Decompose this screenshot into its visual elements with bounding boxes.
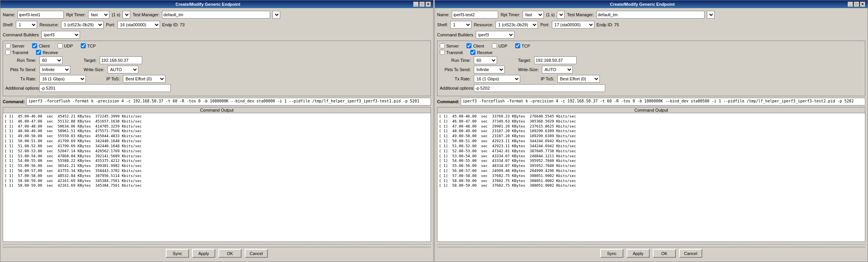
- title-1: Create/Modify Generic Endpoint: [3, 2, 413, 7]
- tcp-checkbox-2[interactable]: [515, 43, 520, 48]
- addl-options-label-2: Additional options:: [440, 86, 471, 90]
- receive-checkbox-2[interactable]: [470, 50, 475, 55]
- run-time-label-1: Run Time:: [5, 58, 36, 63]
- port-select-2[interactable]: 17 (sta00500): [552, 21, 594, 29]
- cancel-button-2[interactable]: Cancel: [679, 249, 702, 258]
- client-checkbox-2[interactable]: [466, 43, 471, 48]
- client-check-1: Client: [32, 43, 49, 48]
- pkts-row-2: Pkts To Send: Infinite Write-Size: AUTO: [440, 66, 863, 73]
- test-manager-select-1[interactable]: ▼: [272, 11, 280, 19]
- close-btn-1[interactable]: ✕: [425, 2, 431, 7]
- server-check-2: Server: [440, 43, 459, 48]
- shelf-select-2[interactable]: 1: [450, 21, 471, 29]
- maximize-btn-1[interactable]: □: [419, 2, 425, 7]
- cmd-builders-select-2[interactable]: iperf3: [476, 31, 514, 39]
- tx-rate-label-2: Tx Rate:: [440, 77, 471, 81]
- ip-tos-label-1: IP ToS:: [89, 77, 120, 81]
- cmd-builders-label-1: Command Builders: [3, 32, 39, 37]
- row-shelf-1: Shelf: 1 Resource: 1 (ct523c-0b29) Port:…: [3, 20, 431, 29]
- test-manager-input-1[interactable]: [162, 11, 270, 19]
- run-time-select-2[interactable]: 60: [474, 56, 497, 64]
- cmd-builders-select-1[interactable]: iperf3: [41, 31, 80, 39]
- addl-options-input-2[interactable]: [474, 84, 605, 92]
- udp-checkbox-2[interactable]: [492, 43, 497, 48]
- target-input-1[interactable]: [100, 56, 142, 64]
- rpt-timer-unit-select-1[interactable]: ▼: [123, 11, 130, 19]
- receive-checkbox-1[interactable]: [36, 50, 41, 55]
- apply-button-2[interactable]: Apply: [626, 249, 650, 258]
- checkbox-row2-1: Transmit Receive: [5, 50, 428, 55]
- udp-checkbox-1[interactable]: [58, 43, 63, 48]
- addl-options-input-1[interactable]: [39, 84, 171, 92]
- tcp-check-2: TCP: [515, 43, 530, 48]
- test-manager-label-2: Test Manager:: [567, 12, 594, 17]
- row-name-2: Name: Rpt Timer: fast (1 s) ▼ Test Manag…: [437, 10, 865, 19]
- options-groupbox-2: Server Client UDP TCP Transmit: [437, 41, 865, 96]
- row-name-1: Name: Rpt Timer: fast (1 s) ▼ Test Manag…: [3, 10, 431, 19]
- transmit-checkbox-2[interactable]: [440, 50, 445, 55]
- ip-tos-select-2[interactable]: Best Effort (0): [557, 75, 600, 83]
- transmit-check-1: Transmit: [5, 50, 28, 55]
- cancel-button-1[interactable]: Cancel: [245, 249, 268, 258]
- separator-1: [3, 244, 431, 245]
- tx-rate-select-2[interactable]: 16 (1 Gbps): [474, 75, 520, 83]
- rpt-timer-unit-select-2[interactable]: ▼: [557, 11, 565, 19]
- run-time-select-1[interactable]: 60: [39, 56, 63, 64]
- output-text-1[interactable]: [ 1] 45.00-46.00 sec 45452.21 KBytes 372…: [3, 113, 431, 242]
- udp-check-1: UDP: [58, 43, 73, 48]
- checkbox-row1-2: Server Client UDP TCP: [440, 43, 863, 48]
- receive-label-2: Receive: [477, 50, 492, 55]
- apply-button-1[interactable]: Apply: [192, 249, 215, 258]
- shelf-label-1: Shelf:: [3, 22, 14, 27]
- minimize-btn-2[interactable]: _: [848, 2, 853, 7]
- write-size-select-1[interactable]: AUTO: [107, 66, 138, 73]
- panel-content-1: Name: Rpt Timer: fast (1 s) ▼ Test Manag…: [0, 8, 433, 262]
- output-text-2[interactable]: [ 1] 45.00-46.00 sec 33769.23 KBytes 276…: [437, 113, 865, 242]
- tcp-check-1: TCP: [81, 43, 96, 48]
- rpt-timer-unit-1: (1 s): [112, 12, 120, 17]
- ok-button-2[interactable]: OK: [653, 249, 676, 258]
- resource-select-2[interactable]: 1 (ct523c-0b29): [495, 21, 538, 29]
- name-input-1[interactable]: [17, 11, 64, 19]
- client-label-2: Client: [473, 44, 484, 48]
- client-checkbox-1[interactable]: [32, 43, 37, 48]
- pkts-select-2[interactable]: Infinite: [474, 66, 505, 73]
- rpt-timer-select-1[interactable]: fast: [88, 11, 109, 19]
- tx-rate-select-1[interactable]: 16 (1 Gbps): [39, 75, 86, 83]
- test-manager-select-2[interactable]: ▼: [707, 11, 715, 19]
- sync-button-2[interactable]: Sync: [600, 249, 623, 258]
- run-time-row-2: Run Time: 60 Target:: [440, 56, 863, 64]
- minimize-btn-1[interactable]: _: [413, 2, 419, 7]
- name-input-2[interactable]: [452, 11, 498, 19]
- server-checkbox-1[interactable]: [5, 43, 10, 48]
- shelf-select-1[interactable]: 1: [16, 21, 37, 29]
- title-bar-2: Create/Modify Generic Endpoint _ □ ✕: [435, 0, 868, 8]
- write-size-label-2: Write-Size:: [508, 67, 539, 72]
- txrate-row-2: Tx Rate: 16 (1 Gbps) IP ToS: Best Effort…: [440, 75, 863, 83]
- addl-options-label-1: Additional options:: [5, 86, 36, 90]
- run-time-row-1: Run Time: 60 Target:: [5, 56, 428, 64]
- server-checkbox-2[interactable]: [440, 43, 445, 48]
- pkts-select-1[interactable]: Infinite: [39, 66, 70, 73]
- port-select-1[interactable]: 16 (sta00000): [117, 21, 160, 29]
- udp-label-2: UDP: [499, 44, 507, 48]
- test-manager-input-2[interactable]: [596, 11, 705, 19]
- tcp-checkbox-1[interactable]: [81, 43, 86, 48]
- resource-select-1[interactable]: 1 (ct523c-0b29): [61, 21, 104, 29]
- write-size-select-2[interactable]: AUTO: [542, 66, 573, 73]
- test-manager-label-1: Test Manager:: [133, 12, 160, 17]
- transmit-checkbox-1[interactable]: [5, 50, 10, 55]
- shelf-label-2: Shelf:: [437, 22, 448, 27]
- rpt-timer-select-2[interactable]: fast: [523, 11, 544, 19]
- close-btn-2[interactable]: ✕: [860, 2, 865, 7]
- udp-check-2: UDP: [492, 43, 507, 48]
- target-input-2[interactable]: [534, 56, 577, 64]
- sync-button-1[interactable]: Sync: [166, 249, 189, 258]
- maximize-btn-2[interactable]: □: [854, 2, 859, 7]
- pkts-label-2: Pkts To Send:: [440, 67, 471, 72]
- ip-tos-select-1[interactable]: Best Effort (0): [123, 75, 165, 83]
- run-time-label-2: Run Time:: [440, 58, 471, 63]
- ok-button-1[interactable]: OK: [218, 249, 242, 258]
- port-label-1: Port:: [106, 22, 115, 27]
- target-label-2: Target:: [500, 58, 531, 63]
